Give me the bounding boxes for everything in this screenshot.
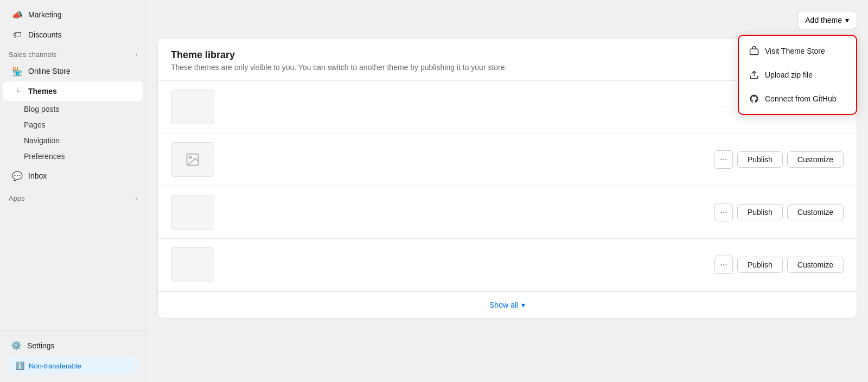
info-icon: ℹ️ <box>15 361 24 370</box>
add-theme-dropdown: Visit Theme Store Upload zip file <box>738 35 857 115</box>
theme-more-button[interactable]: ··· <box>714 98 733 116</box>
sidebar-item-navigation[interactable]: Navigation <box>3 133 143 148</box>
theme-customize-button[interactable]: Customize <box>787 257 844 273</box>
theme-publish-button[interactable]: Publish <box>737 151 783 168</box>
sidebar-item-settings[interactable]: ⚙️ Settings <box>4 336 142 355</box>
show-all-row: Show all ▾ <box>158 291 857 318</box>
theme-row: ··· Publish Customize <box>158 133 857 186</box>
visit-theme-store-item[interactable]: Visit Theme Store <box>739 39 856 63</box>
sidebar-item-themes[interactable]: └ Themes <box>3 81 143 101</box>
add-theme-chevron-icon: ▾ <box>845 16 849 24</box>
marketing-icon: 📣 <box>12 9 23 20</box>
theme-customize-button[interactable]: Customize <box>787 151 844 168</box>
theme-actions: ··· Publish Customize <box>714 150 844 169</box>
theme-thumbnail <box>171 142 214 177</box>
connect-github-item[interactable]: Connect from GitHub <box>739 87 856 111</box>
upload-icon <box>749 69 760 80</box>
theme-row: ··· Publish Customize <box>158 186 857 239</box>
theme-actions: ··· Publish Customize <box>714 256 844 274</box>
theme-publish-button[interactable]: Publish <box>737 204 783 220</box>
show-all-chevron-icon: ▾ <box>521 301 525 309</box>
theme-publish-button[interactable]: Publish <box>737 257 783 273</box>
settings-icon: ⚙️ <box>11 340 22 351</box>
theme-more-button[interactable]: ··· <box>714 150 733 169</box>
theme-actions: ··· Publish Customize <box>714 203 844 221</box>
show-all-button[interactable]: Show all ▾ <box>489 301 525 309</box>
online-store-icon: 🏪 <box>12 66 23 77</box>
sidebar: 📣 Marketing 🏷 Discounts Sales channels ›… <box>0 0 146 382</box>
sidebar-item-blog-posts[interactable]: Blog posts <box>3 101 143 117</box>
inbox-icon: 💬 <box>12 170 23 181</box>
theme-thumbnail <box>171 90 214 124</box>
themes-indent-icon: └ <box>12 86 23 97</box>
main-content: Add theme ▾ Visit Theme Store <box>146 0 868 382</box>
svg-point-3 <box>189 156 192 158</box>
theme-thumbnail <box>171 195 214 230</box>
sidebar-item-inbox[interactable]: 💬 Inbox <box>3 166 143 186</box>
toolbar: Add theme ▾ Visit Theme Store <box>157 11 857 29</box>
theme-thumbnail <box>171 247 214 282</box>
theme-row: ··· Publish Customize <box>158 239 857 291</box>
apps-chevron: › <box>135 195 137 202</box>
sales-channels-section[interactable]: Sales channels › <box>0 45 146 61</box>
discounts-icon: 🏷 <box>12 29 23 40</box>
non-transferable-banner[interactable]: ℹ️ Non-transferable <box>9 357 137 374</box>
theme-more-button[interactable]: ··· <box>714 203 733 221</box>
sales-channels-chevron: › <box>135 51 137 59</box>
add-theme-button[interactable]: Add theme ▾ <box>797 11 857 29</box>
store-icon <box>749 46 760 56</box>
github-icon <box>749 93 760 104</box>
upload-zip-item[interactable]: Upload zip file <box>739 63 856 87</box>
theme-more-button[interactable]: ··· <box>714 256 733 274</box>
svg-rect-0 <box>750 49 758 55</box>
theme-customize-button[interactable]: Customize <box>787 204 844 220</box>
apps-section[interactable]: Apps › <box>0 189 146 205</box>
sidebar-item-pages[interactable]: Pages <box>3 117 143 132</box>
sidebar-item-online-store[interactable]: 🏪 Online Store <box>3 61 143 81</box>
sidebar-item-preferences[interactable]: Preferences <box>3 149 143 164</box>
sidebar-item-marketing[interactable]: 📣 Marketing <box>3 5 143 24</box>
sidebar-item-discounts[interactable]: 🏷 Discounts <box>3 25 143 44</box>
